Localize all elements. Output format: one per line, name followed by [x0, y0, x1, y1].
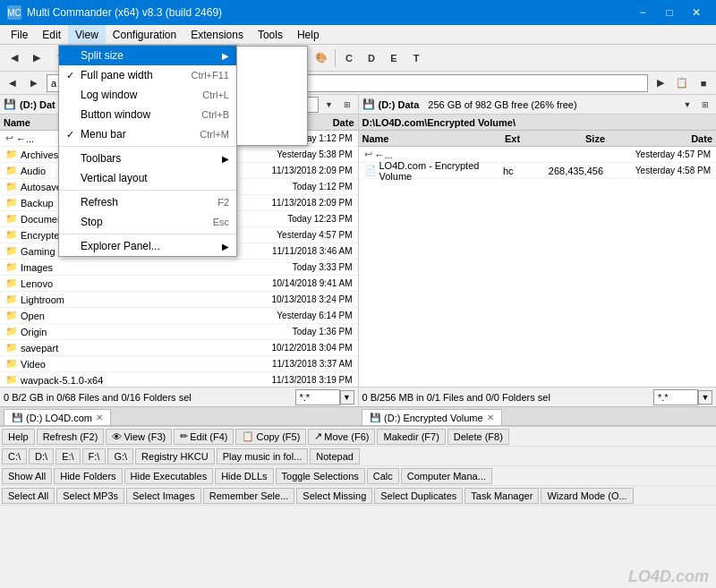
menu-vertical-layout[interactable]: Vertical layout — [59, 168, 236, 188]
addr-go[interactable]: ▶ — [652, 74, 669, 92]
close-button[interactable]: ✕ — [684, 4, 709, 21]
menu-configuration[interactable]: Configuration — [106, 25, 183, 44]
bottom-btn-makedir(f7)[interactable]: Makedir (F7) — [377, 429, 445, 445]
left-filter-input[interactable] — [295, 389, 340, 405]
menu-button-window[interactable]: Button window Ctrl+B — [59, 105, 236, 124]
right-status-text: 0 B/256 MB in 0/1 Files and 0/0 Folders … — [362, 392, 550, 403]
bottom-btn-wizardmode(o...[interactable]: Wizard Mode (O... — [541, 488, 633, 504]
bottom-btn-registryhkcu[interactable]: Registry HKCU — [135, 448, 215, 464]
bottom-btn-remembersele...[interactable]: Remember Sele... — [203, 488, 295, 504]
menu-split-size[interactable]: Split size ▶ 0 / 100 25 / 75 50 / 50 75 … — [59, 46, 236, 65]
split-0-100[interactable]: 0 / 100 — [237, 47, 307, 66]
left-file-row[interactable]: 📁 Origin Today 1:36 PM — [0, 324, 358, 340]
right-tab-1[interactable]: 💾 (D:) Encrypted Volume ✕ — [362, 409, 502, 425]
bottom-btn-f:\[interactable]: F:\ — [82, 448, 107, 464]
bottom-btn-toggleselections[interactable]: Toggle Selections — [276, 468, 365, 484]
left-file-row[interactable]: 📁 Images Today 3:33 PM — [0, 260, 358, 276]
bottom-btn-hidedlls[interactable]: Hide DLLs — [215, 468, 273, 484]
split-100-0[interactable]: 100 / 0 — [237, 125, 307, 145]
menu-stop[interactable]: Stop Esc — [59, 212, 236, 232]
bottom-btn-selectduplicates[interactable]: Select Duplicates — [374, 488, 463, 504]
menu-tools[interactable]: Tools — [251, 25, 290, 44]
bottom-btn-g:\[interactable]: G:\ — [107, 448, 133, 464]
addr-icon2[interactable]: ■ — [695, 74, 712, 92]
tb-forward[interactable]: ▶ — [26, 47, 47, 69]
left-panel-btn[interactable]: ⊞ — [340, 98, 354, 112]
bottom-btn-d:\[interactable]: D:\ — [29, 448, 54, 464]
file-icon: 📁 — [5, 294, 18, 305]
bottom-btn-selectall[interactable]: Select All — [2, 488, 55, 504]
bottom-btn-selectimages[interactable]: Select Images — [126, 488, 201, 504]
menu-file[interactable]: File — [4, 25, 35, 44]
bottom-btn-help[interactable]: Help — [2, 429, 35, 445]
bottom-btn-delete(f8)[interactable]: Delete (F8) — [448, 429, 509, 445]
bottom-btn-showall[interactable]: Show All — [2, 468, 52, 484]
menu-explorer-panel[interactable]: Explorer Panel... ▶ — [59, 236, 236, 256]
bottom-btn-playmusicinfol...[interactable]: Play music in fol... — [217, 448, 309, 464]
menu-log-window[interactable]: Log window Ctrl+L — [59, 85, 236, 105]
addr-icon1[interactable]: 📋 — [673, 74, 691, 92]
file-date: 11/13/2018 3:19 PM — [249, 375, 356, 385]
bottom-btn-hideexecutables[interactable]: Hide Executables — [124, 468, 214, 484]
right-file-row[interactable]: 📄 LO4D.com - Encrypted Volume hc 268,435… — [359, 163, 717, 179]
tb-c[interactable]: C — [338, 47, 360, 69]
left-file-row[interactable]: 📁 Lenovo 10/14/2018 9:41 AM — [0, 276, 358, 292]
file-name: Gaming — [21, 246, 55, 257]
bottom-btn-selectmp3s[interactable]: Select MP3s — [56, 488, 124, 504]
right-filter-input[interactable] — [653, 389, 698, 405]
menu-view[interactable]: View — [68, 25, 106, 44]
minimize-button[interactable]: − — [630, 4, 655, 21]
bottom-btn-hidefolders[interactable]: Hide Folders — [54, 468, 122, 484]
bottom-btn-refresh(f2)[interactable]: Refresh (F2) — [37, 429, 105, 445]
bottom-btn-calc[interactable]: Calc — [367, 468, 399, 484]
bottom-row-4: Select AllSelect MP3sSelect ImagesRememb… — [0, 486, 716, 506]
left-file-row[interactable]: 📁 savepart 10/12/2018 3:04 PM — [0, 340, 358, 356]
menu-toolbars[interactable]: Toolbars ▶ — [59, 149, 236, 168]
maximize-button[interactable]: □ — [657, 4, 682, 21]
left-filter-btn[interactable]: ▼ — [340, 390, 354, 405]
bottom-btn-taskmanager[interactable]: Task Manager — [465, 488, 539, 504]
file-name: Backup — [21, 198, 54, 209]
left-file-row[interactable]: 📁 wavpack-5.1.0-x64 11/13/2018 3:19 PM — [0, 372, 358, 387]
tb-t[interactable]: T — [405, 47, 427, 69]
right-panel-btn[interactable]: ⊞ — [698, 98, 712, 112]
bottom-btn-notepad[interactable]: Notepad — [310, 448, 360, 464]
bottom-btn-e:\[interactable]: E:\ — [55, 448, 80, 464]
left-addr-btn[interactable]: ▼ — [322, 98, 337, 112]
menu-menu-bar[interactable]: Menu bar Ctrl+M — [59, 124, 236, 144]
menu-extensions[interactable]: Extensions — [183, 25, 251, 44]
left-tab-close[interactable]: ✕ — [96, 413, 103, 422]
bottom-btn-edit(f4)[interactable]: ✏ Edit (F4) — [174, 429, 234, 445]
right-drive-label: (D:) Data — [379, 99, 420, 110]
addr-back[interactable]: ◀ — [4, 74, 21, 92]
right-tab-close[interactable]: ✕ — [487, 413, 494, 422]
bottom-btn-copy(f5)[interactable]: 📋 Copy (F5) — [235, 429, 306, 445]
split-50-50[interactable]: 50 / 50 — [237, 86, 307, 106]
menu-full-pane-width[interactable]: Full pane width Ctrl+F11 — [59, 65, 236, 85]
bottom-btn-selectmissing[interactable]: Select Missing — [296, 488, 372, 504]
file-date: Yesterday 6:14 PM — [249, 311, 356, 320]
split-75-25[interactable]: 75 / 25 — [237, 106, 307, 125]
split-25-75[interactable]: 25 / 75 — [237, 66, 307, 86]
tb-back[interactable]: ◀ — [4, 47, 25, 69]
tb-d[interactable]: D — [361, 47, 382, 69]
menu-refresh[interactable]: Refresh F2 — [59, 192, 236, 212]
menu-help[interactable]: Help — [290, 25, 327, 44]
right-addr-btn[interactable]: ▼ — [680, 98, 695, 112]
bottom-btn-computermana...[interactable]: Computer Mana... — [401, 468, 492, 484]
right-filter-btn[interactable]: ▼ — [698, 390, 712, 405]
bottom-btn-view(f3)[interactable]: 👁 View (F3) — [106, 429, 172, 445]
left-file-row[interactable]: 📁 Video 11/13/2018 3:37 AM — [0, 356, 358, 372]
title-bar-left: MC Multi Commander (x64) v8.3 (build 246… — [7, 5, 222, 20]
menu-edit[interactable]: Edit — [35, 25, 68, 44]
tb-e[interactable]: E — [383, 47, 405, 69]
tb-colors[interactable]: 🎨 — [311, 47, 332, 69]
file-name: Images — [21, 262, 53, 273]
bottom-row-1: HelpRefresh (F2)👁 View (F3)✏ Edit (F4)📋 … — [0, 427, 716, 447]
left-file-row[interactable]: 📁 Lightroom 10/13/2018 3:24 PM — [0, 292, 358, 308]
left-file-row[interactable]: 📁 Open Yesterday 6:14 PM — [0, 308, 358, 324]
bottom-btn-move(f6)[interactable]: ↗ Move (F6) — [308, 429, 375, 445]
addr-forward[interactable]: ▶ — [25, 74, 43, 92]
bottom-btn-c:\[interactable]: C:\ — [2, 448, 27, 464]
left-tab-1[interactable]: 💾 (D:) LO4D.com ✕ — [4, 409, 111, 425]
